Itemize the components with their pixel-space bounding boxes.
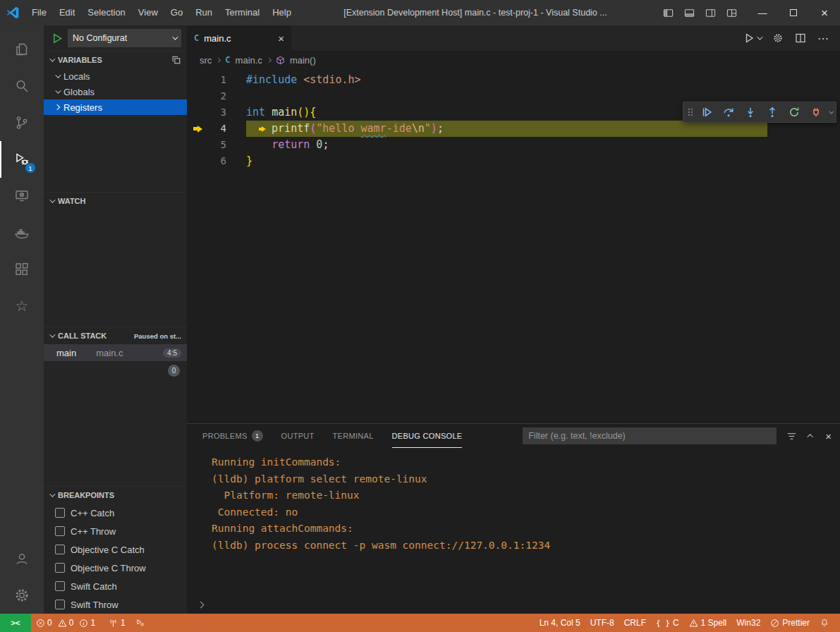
minimize-button[interactable]: — [747,0,778,25]
panel-tab-terminal[interactable]: TERMINAL [333,424,374,448]
glyph-margin[interactable] [187,121,208,137]
breakpoint-item[interactable]: Swift Catch [44,577,187,595]
run-and-debug-icon[interactable]: 1 [0,141,44,178]
menu-go[interactable]: Go [164,0,189,25]
menu-bar: FileEditSelectionViewGoRunTerminalHelp [25,0,298,25]
eol-status[interactable]: CRLF [619,614,651,632]
filter-lines-icon[interactable] [786,431,797,442]
cursor-position[interactable]: Ln 4, Col 5 [535,614,585,632]
menu-selection[interactable]: Selection [81,0,131,25]
docker-icon[interactable] [0,214,44,251]
star-icon[interactable]: ☆ [0,288,44,324]
watch-header[interactable]: WATCH [44,193,187,209]
stack-frame-row[interactable]: main main.c 4:5 [44,344,187,361]
start-debug-icon[interactable] [52,33,63,44]
checkbox[interactable] [55,563,65,573]
tab-main-c[interactable]: C main.c × [187,25,291,51]
checkbox[interactable] [55,600,65,609]
breakpoint-item[interactable]: Objective C Catch [44,540,187,559]
panel-tab-output[interactable]: OUTPUT [281,424,315,448]
code-line[interactable]: 1#include <stdio.h> [187,72,840,88]
variables-scope-registers[interactable]: Registers [44,99,187,115]
menu-terminal[interactable]: Terminal [219,0,266,25]
breakpoint-item[interactable]: C++ Throw [44,522,187,540]
run-file-button[interactable] [744,32,761,44]
variables-scope-locals[interactable]: Locals [44,68,187,84]
glyph-margin[interactable] [187,104,208,121]
panel-tab-problems[interactable]: PROBLEMS1 [202,424,263,448]
explorer-icon[interactable] [0,31,44,68]
language-status[interactable]: { } C [651,614,684,632]
breadcrumb-symbol[interactable]: main() [290,55,316,66]
breakpoint-item[interactable]: Objective C Throw [44,559,187,577]
spell-status[interactable]: 1 Spell [684,614,732,632]
maximize-panel-icon[interactable] [808,434,813,439]
checkbox[interactable] [55,581,65,591]
remote-indicator[interactable]: >< [0,614,31,632]
remote-explorer-icon[interactable] [0,178,44,214]
debug-status-icon[interactable] [130,614,150,632]
panel-tab-debug-console[interactable]: DEBUG CONSOLE [392,424,463,448]
breadcrumb-file[interactable]: main.c [236,55,262,66]
maximize-button[interactable] [778,0,809,25]
menu-edit[interactable]: Edit [53,0,81,25]
code-line[interactable]: 4 printf("hello wamr-ide\n"); [187,121,840,137]
search-icon[interactable] [0,68,44,104]
toggle-sidebar-icon[interactable] [663,8,674,18]
close-window-button[interactable]: × [809,0,840,25]
menu-view[interactable]: View [132,0,164,25]
restart-icon[interactable] [785,103,803,121]
notifications-bell-icon[interactable] [815,614,834,632]
step-over-icon[interactable] [719,103,738,121]
continue-icon[interactable] [698,103,716,121]
toggle-panel-icon[interactable] [684,8,695,18]
settings-gear-icon[interactable] [0,577,44,614]
glyph-margin[interactable] [187,137,208,153]
close-tab-icon[interactable]: × [278,32,284,44]
step-out-icon[interactable] [763,103,781,121]
formatter-status[interactable]: Prettier [765,614,815,632]
console-filter-input[interactable] [523,427,777,444]
call-stack-header[interactable]: CALL STACK Paused on st... [44,327,187,344]
gear-icon[interactable] [772,32,784,44]
code-line[interactable]: 5 return 0; [187,137,840,153]
chevron-down-icon[interactable] [829,109,834,114]
breakpoint-item[interactable]: Swift Throw [44,595,187,614]
customize-layout-icon[interactable] [726,8,737,18]
menu-help[interactable]: Help [266,0,298,25]
checkbox[interactable] [55,545,65,554]
more-actions-icon[interactable]: ⋯ [817,32,829,45]
close-panel-icon[interactable]: × [825,431,832,442]
glyph-margin[interactable] [187,88,208,104]
step-into-icon[interactable] [741,103,760,121]
extensions-icon[interactable] [0,251,44,288]
disconnect-icon[interactable] [807,103,825,121]
checkbox[interactable] [55,508,65,518]
debug-config-dropdown[interactable]: No Configurat [68,29,181,47]
glyph-margin[interactable] [187,72,208,88]
menu-run[interactable]: Run [189,0,219,25]
variables-scope-globals[interactable]: Globals [44,84,187,99]
platform-status[interactable]: Win32 [731,614,765,632]
glyph-margin[interactable] [187,153,208,169]
menu-file[interactable]: File [25,0,53,25]
checkbox[interactable] [55,526,65,536]
encoding-status[interactable]: UTF-8 [585,614,619,632]
problems-status[interactable]: 0 0 1 [31,614,104,632]
drag-handle-icon[interactable] [687,107,694,118]
debug-toolbar [683,102,836,123]
breadcrumb-folder[interactable]: src [200,55,212,66]
copy-icon[interactable] [171,55,181,65]
breakpoint-item[interactable]: C++ Catch [44,504,187,522]
ports-status[interactable]: 1 [104,614,130,632]
account-icon[interactable] [0,540,44,577]
toggle-secondary-sidebar-icon[interactable] [705,8,716,18]
source-control-icon[interactable] [0,104,44,141]
console-input-row[interactable] [187,595,840,614]
code-line[interactable]: 6} [187,153,840,169]
count-badge: 0 [168,365,180,377]
breakpoints-header[interactable]: BREAKPOINTS [44,487,187,504]
chevron-down-icon [49,332,55,338]
split-editor-icon[interactable] [795,32,806,44]
variables-header[interactable]: VARIABLES [44,51,187,68]
